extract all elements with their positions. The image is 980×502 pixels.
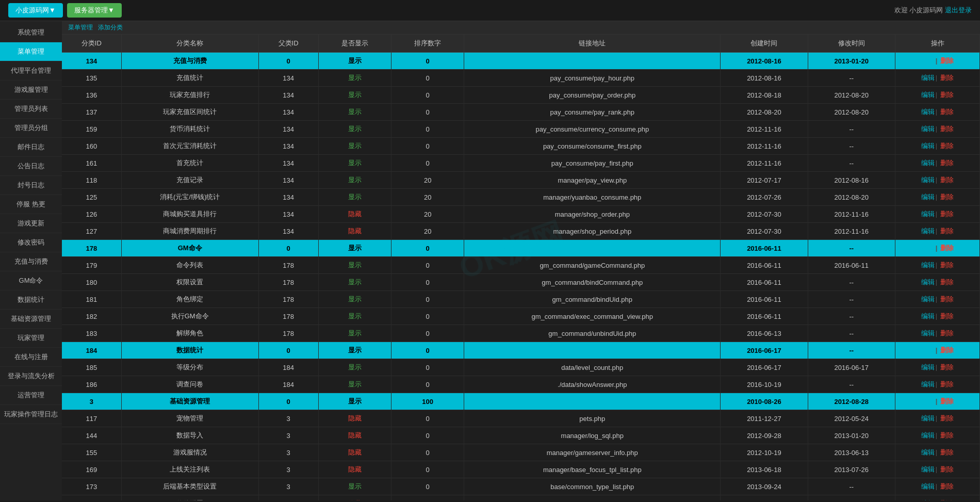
cell-是否显示: 隐藏 [318,461,391,478]
sidebar-item-管理员列表[interactable]: 管理员列表 [0,100,62,119]
cell-父类ID: 178 [258,291,318,308]
sidebar-item-封号日志[interactable]: 封号日志 [0,176,62,195]
cell-排序数字: 0 [391,308,464,325]
edit-link[interactable]: 编辑 [921,227,935,235]
edit-link[interactable]: 编辑 [921,380,935,388]
sidebar-item-菜单管理[interactable]: 菜单管理 [0,42,62,61]
edit-link[interactable]: 编辑 [921,482,935,490]
table-row: 182执行GM命令178显示0gm_command/exec_command_v… [62,308,980,325]
edit-link[interactable]: 编辑 [921,278,935,286]
cell-排序数字: 0 [391,376,464,393]
edit-link[interactable]: 编辑 [921,312,935,320]
sidebar-item-公告日志[interactable]: 公告日志 [0,157,62,176]
edit-link[interactable]: 编辑 [921,295,935,303]
edit-link[interactable]: 编辑 [921,363,935,371]
delete-link[interactable]: 删除 [940,244,954,252]
separator: | [936,482,937,490]
delete-link[interactable]: 删除 [940,397,954,405]
edit-link[interactable]: 编辑 [921,125,935,133]
sidebar-item-停服 热更[interactable]: 停服 热更 [0,195,62,214]
sidebar-item-充值与消费[interactable]: 充值与消费 [0,252,62,271]
breadcrumb-current[interactable]: 添加分类 [98,24,123,31]
cell-分类ID: 155 [62,444,121,461]
cell-分类ID: 181 [62,291,121,308]
delete-link[interactable]: 删除 [940,261,954,269]
cell-是否显示: 显示 [318,359,391,376]
sidebar-item-管理员分组[interactable]: 管理员分组 [0,119,62,138]
edit-link[interactable]: 编辑 [921,244,935,252]
sidebar-item-游戏服管理[interactable]: 游戏服管理 [0,80,62,100]
edit-link[interactable]: 编辑 [921,159,935,167]
edit-link[interactable]: 编辑 [921,414,935,422]
col-修改时间: 修改时间 [808,35,895,53]
delete-link[interactable]: 删除 [940,278,954,286]
delete-link[interactable]: 删除 [940,329,954,337]
sidebar-item-在线与注册[interactable]: 在线与注册 [0,348,62,367]
cell-父类ID: 134 [258,121,318,138]
delete-link[interactable]: 删除 [940,465,954,473]
edit-link[interactable]: 编辑 [921,91,935,99]
edit-link[interactable]: 编辑 [921,346,935,354]
edit-link[interactable]: 编辑 [921,210,935,218]
delete-link[interactable]: 删除 [940,482,954,490]
edit-link[interactable]: 编辑 [921,142,935,150]
delete-link[interactable]: 删除 [940,125,954,133]
delete-link[interactable]: 删除 [940,176,954,184]
edit-link[interactable]: 编辑 [921,74,935,82]
edit-link[interactable]: 编辑 [921,499,935,500]
delete-link[interactable]: 删除 [940,74,954,82]
breadcrumb-parent[interactable]: 菜单管理 [68,24,93,31]
edit-link[interactable]: 编辑 [921,397,935,405]
delete-link[interactable]: 删除 [940,346,954,354]
cell-排序数字: 0 [391,342,464,359]
server-manage-button[interactable]: 服务器管理▼ [67,3,122,18]
edit-link[interactable]: 编辑 [921,193,935,201]
edit-link[interactable]: 编辑 [921,176,935,184]
sidebar-item-基础资源管理[interactable]: 基础资源管理 [0,310,62,329]
delete-link[interactable]: 删除 [940,193,954,201]
sidebar-item-玩家管理[interactable]: 玩家管理 [0,329,62,348]
sidebar-item-登录与流失分析[interactable]: 登录与流失分析 [0,367,62,386]
edit-link[interactable]: 编辑 [921,431,935,439]
sidebar-item-修改密码[interactable]: 修改密码 [0,233,62,252]
sidebar-item-系统管理[interactable]: 系统管理 [0,23,62,42]
delete-link[interactable]: 删除 [940,414,954,422]
edit-link[interactable]: 编辑 [921,108,935,116]
edit-link[interactable]: 编辑 [921,465,935,473]
edit-link[interactable]: 编辑 [921,57,935,64]
delete-link[interactable]: 删除 [940,295,954,303]
delete-link[interactable]: 删除 [940,499,954,500]
separator: | [936,329,937,337]
cell-创建时间: 2012-09-28 [721,427,808,444]
edit-link[interactable]: 编辑 [921,261,935,269]
site-menu-button[interactable]: 小皮源码网▼ [8,3,63,18]
delete-link[interactable]: 删除 [940,448,954,456]
cell-修改时间: -- [808,325,895,342]
delete-link[interactable]: 删除 [940,380,954,388]
delete-link[interactable]: 删除 [940,57,954,64]
cell-父类ID: 3 [258,410,318,427]
delete-link[interactable]: 删除 [940,142,954,150]
delete-link[interactable]: 删除 [940,108,954,116]
cell-分类ID: 160 [62,138,121,155]
sidebar-item-数据统计[interactable]: 数据统计 [0,290,62,310]
delete-link[interactable]: 删除 [940,159,954,167]
logout-link[interactable]: 退出登录 [945,6,972,14]
cell-修改时间: 2012-08-20 [808,104,895,121]
sidebar-item-邮件日志[interactable]: 邮件日志 [0,138,62,157]
delete-link[interactable]: 删除 [940,227,954,235]
cell-创建时间: 2012-07-17 [721,172,808,189]
sidebar-item-代理平台管理[interactable]: 代理平台管理 [0,61,62,80]
sidebar-item-运营管理[interactable]: 运营管理 [0,386,62,405]
sidebar-item-玩家操作管理日志[interactable]: 玩家操作管理日志 [0,405,62,424]
delete-link[interactable]: 删除 [940,91,954,99]
delete-link[interactable]: 删除 [940,312,954,320]
cell-action: 编辑|删除 [895,121,980,138]
edit-link[interactable]: 编辑 [921,448,935,456]
edit-link[interactable]: 编辑 [921,329,935,337]
delete-link[interactable]: 删除 [940,210,954,218]
sidebar-item-GM命令[interactable]: GM命令 [0,271,62,290]
delete-link[interactable]: 删除 [940,363,954,371]
sidebar-item-游戏更新[interactable]: 游戏更新 [0,214,62,233]
delete-link[interactable]: 删除 [940,431,954,439]
